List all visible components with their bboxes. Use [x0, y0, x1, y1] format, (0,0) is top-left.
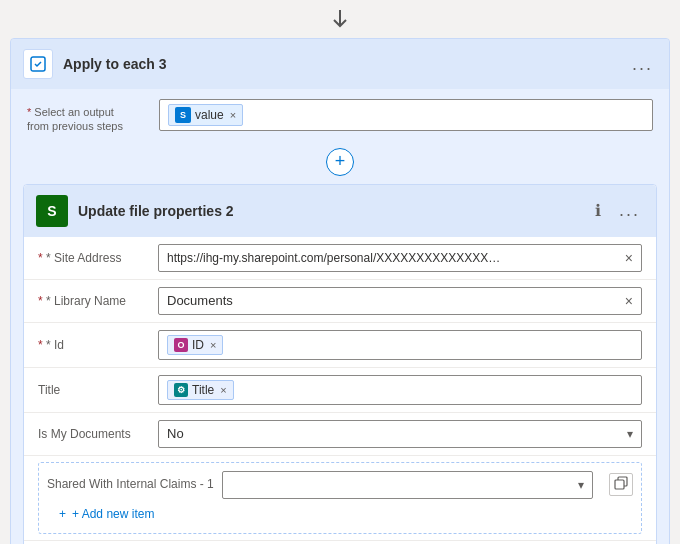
- id-chip-close[interactable]: ×: [210, 339, 216, 351]
- shared-with-dropdown-icon: ▾: [578, 478, 584, 492]
- add-new-item-row: + + Add new item: [47, 499, 633, 525]
- add-new-item-button[interactable]: + + Add new item: [55, 505, 158, 523]
- svg-rect-2: [615, 480, 624, 489]
- shared-with-row: Shared With Internal Claims - 1 ▾: [47, 471, 633, 499]
- library-name-value: Documents: [167, 293, 233, 308]
- library-name-input[interactable]: Documents ×: [158, 287, 642, 315]
- select-output-label: * Select an outputfrom previous steps: [27, 99, 147, 134]
- select-output-input[interactable]: S value ×: [159, 99, 653, 131]
- compliance-row: Unified Compliance Policy Properties O U…: [24, 540, 656, 544]
- apply-each-icon: [23, 49, 53, 79]
- apply-each-container: Apply to each 3 ... * Select an outputfr…: [10, 38, 670, 544]
- shared-with-section: Shared With Internal Claims - 1 ▾ +: [38, 462, 642, 534]
- library-name-field: * * Library Name Documents ×: [24, 280, 656, 323]
- title-field: Title ⚙ Title ×: [24, 368, 656, 413]
- site-address-value: https://ihg-my.sharepoint.com/personal/X…: [167, 251, 507, 265]
- down-arrow: [10, 0, 670, 38]
- apply-each-title: Apply to each 3: [63, 56, 618, 72]
- title-chip-icon: ⚙: [174, 383, 188, 397]
- value-icon: S: [175, 107, 191, 123]
- library-name-label: * * Library Name: [38, 294, 148, 308]
- id-field: * * Id O ID ×: [24, 323, 656, 368]
- site-address-label: * * Site Address: [38, 251, 148, 265]
- is-my-docs-field: Is My Documents No ▾: [24, 413, 656, 456]
- update-props-header: S Update file properties 2 ℹ ...: [24, 185, 656, 237]
- apply-each-header: Apply to each 3 ...: [11, 39, 669, 89]
- title-chip: ⚙ Title ×: [167, 380, 234, 400]
- info-button[interactable]: ℹ: [591, 199, 605, 222]
- id-input[interactable]: O ID ×: [158, 330, 642, 360]
- is-my-docs-label: Is My Documents: [38, 427, 148, 441]
- id-label: * * Id: [38, 338, 148, 352]
- site-address-field: * * Site Address https://ihg-my.sharepoi…: [24, 237, 656, 280]
- add-step-row: +: [11, 140, 669, 184]
- title-chip-close[interactable]: ×: [220, 384, 226, 396]
- title-label: Title: [38, 383, 148, 397]
- value-chip: S value ×: [168, 104, 243, 126]
- update-props-title: Update file properties 2: [78, 203, 581, 219]
- add-new-label: + Add new item: [72, 507, 154, 521]
- update-props-container: S Update file properties 2 ℹ ... * * Sit…: [23, 184, 657, 544]
- library-name-clear[interactable]: ×: [625, 293, 633, 309]
- is-my-docs-input[interactable]: No ▾: [158, 420, 642, 448]
- sharepoint-icon: S: [36, 195, 68, 227]
- id-chip-icon: O: [174, 338, 188, 352]
- site-address-clear[interactable]: ×: [625, 250, 633, 266]
- add-step-button[interactable]: +: [326, 148, 354, 176]
- apply-each-more-options[interactable]: ...: [628, 52, 657, 77]
- shared-with-input[interactable]: ▾: [222, 471, 593, 499]
- copy-button[interactable]: [609, 473, 633, 496]
- add-new-plus: +: [59, 507, 66, 521]
- is-my-docs-dropdown-icon: ▾: [627, 427, 633, 441]
- is-my-docs-value: No: [167, 426, 184, 441]
- title-input[interactable]: ⚙ Title ×: [158, 375, 642, 405]
- id-chip: O ID ×: [167, 335, 223, 355]
- select-output-row: * Select an outputfrom previous steps S …: [11, 89, 669, 140]
- update-props-more-options[interactable]: ...: [615, 198, 644, 223]
- value-chip-close[interactable]: ×: [230, 109, 236, 121]
- shared-with-label: Shared With Internal Claims - 1: [47, 477, 214, 493]
- site-address-input[interactable]: https://ihg-my.sharepoint.com/personal/X…: [158, 244, 642, 272]
